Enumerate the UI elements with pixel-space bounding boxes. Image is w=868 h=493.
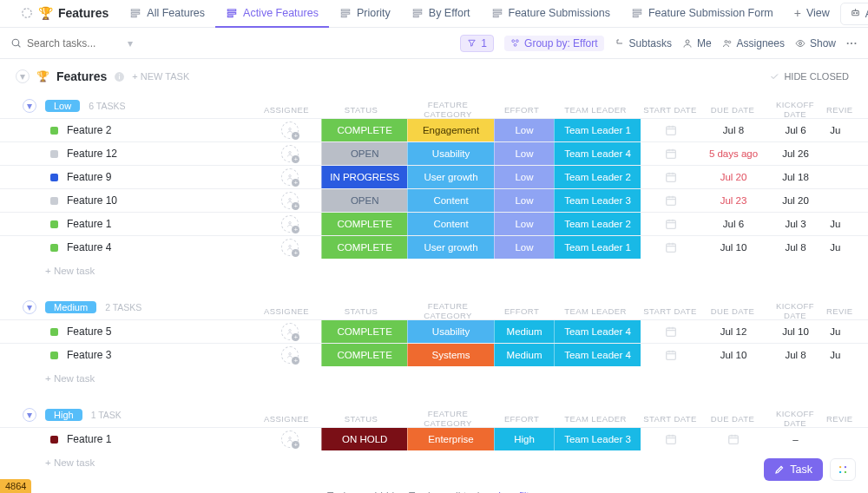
task-row[interactable]: Feature 3+COMPLETESystemsMediumTeam Lead… — [0, 343, 868, 366]
assignee-cell[interactable]: + — [259, 119, 321, 141]
reviewer-cell[interactable] — [826, 428, 868, 450]
status-cell[interactable]: ON HOLD — [321, 428, 407, 450]
due-date-cell[interactable]: Jul 10 — [702, 344, 765, 366]
leader-cell[interactable]: Team Leader 2 — [554, 166, 640, 188]
assignee-cell[interactable]: + — [259, 142, 321, 165]
due-date-cell[interactable]: 5 days ago — [702, 142, 765, 165]
assign-avatar[interactable]: + — [281, 145, 299, 162]
task-title[interactable]: Feature 5 — [67, 325, 111, 338]
new-task-fab[interactable]: Task — [764, 458, 823, 481]
leader-cell[interactable]: Team Leader 3 — [554, 189, 640, 212]
reviewer-cell[interactable]: Ju — [826, 119, 868, 141]
start-date-cell[interactable] — [641, 142, 703, 165]
due-date-cell[interactable]: Jul 8 — [702, 119, 765, 141]
assignee-cell[interactable]: + — [259, 320, 321, 343]
task-title[interactable]: Feature 4 — [67, 241, 111, 253]
due-date-cell[interactable]: Jul 12 — [702, 320, 765, 343]
start-date-cell[interactable] — [641, 189, 703, 212]
effort-cell[interactable]: Low — [494, 236, 555, 259]
leader-cell[interactable]: Team Leader 2 — [554, 213, 640, 235]
me-filter[interactable]: Me — [682, 37, 712, 49]
show-menu[interactable]: Show — [795, 37, 836, 49]
category-cell[interactable]: Usability — [407, 142, 493, 165]
assign-avatar[interactable]: + — [281, 346, 299, 364]
assign-avatar[interactable]: + — [281, 215, 299, 233]
effort-cell[interactable]: Low — [494, 119, 555, 141]
group-collapse-icon[interactable]: ▾ — [23, 300, 36, 314]
leader-cell[interactable]: Team Leader 4 — [554, 142, 640, 165]
assignee-cell[interactable]: + — [259, 213, 321, 235]
category-cell[interactable]: Usability — [407, 320, 493, 343]
effort-cell[interactable]: Low — [494, 142, 555, 165]
kickoff-date-cell[interactable]: Jul 3 — [765, 213, 827, 235]
start-date-cell[interactable] — [641, 166, 703, 188]
due-date-cell[interactable]: Jul 10 — [702, 236, 765, 259]
task-title[interactable]: Feature 3 — [67, 349, 111, 361]
category-cell[interactable]: User growth — [407, 236, 493, 259]
category-cell[interactable]: Systems — [407, 344, 493, 366]
task-row[interactable]: Feature 4+COMPLETEUser growthLowTeam Lea… — [0, 235, 868, 259]
reviewer-cell[interactable] — [826, 142, 868, 165]
groupby-chip[interactable]: Group by: Effort — [504, 36, 604, 51]
task-row[interactable]: Feature 10+OPENContentLowTeam Leader 3Ju… — [0, 188, 868, 212]
status-cell[interactable]: COMPLETE — [321, 236, 407, 259]
category-cell[interactable]: Enterprise — [407, 428, 493, 450]
effort-cell[interactable]: Medium — [494, 344, 555, 366]
task-title[interactable]: Feature 10 — [67, 194, 117, 207]
assign-avatar[interactable]: + — [281, 239, 299, 256]
kickoff-date-cell[interactable]: Jul 18 — [765, 166, 827, 188]
filter-chip[interactable]: 1 — [460, 35, 494, 52]
status-cell[interactable]: COMPLETE — [321, 119, 407, 141]
status-cell[interactable]: OPEN — [321, 142, 407, 165]
assignees-filter[interactable]: Assignees — [722, 37, 785, 49]
add-task-row[interactable]: + New task — [0, 259, 868, 283]
effort-cell[interactable]: Low — [494, 189, 555, 212]
task-row[interactable]: Feature 12+OPENUsabilityLowTeam Leader 4… — [0, 141, 868, 165]
view-tab[interactable]: By Effort — [401, 0, 481, 28]
task-title[interactable]: Feature 1 — [67, 218, 111, 230]
kickoff-date-cell[interactable]: – — [765, 428, 827, 450]
reviewer-cell[interactable]: Ju — [826, 236, 868, 259]
task-title[interactable]: Feature 9 — [67, 171, 111, 183]
info-icon[interactable] — [114, 71, 125, 82]
task-row[interactable]: Feature 1+ON HOLDEnterpriseHighTeam Lead… — [0, 427, 868, 450]
task-title[interactable]: Feature 12 — [67, 148, 117, 160]
reviewer-cell[interactable] — [826, 166, 868, 188]
group-collapse-icon[interactable]: ▾ — [23, 408, 36, 422]
task-row[interactable]: Feature 1+COMPLETEContentLowTeam Leader … — [0, 212, 868, 235]
due-date-cell[interactable]: Jul 20 — [702, 166, 765, 188]
add-task-row[interactable]: + New task — [0, 366, 868, 391]
leader-cell[interactable]: Team Leader 3 — [554, 428, 640, 450]
task-title[interactable]: Feature 1 — [67, 433, 111, 445]
view-tab[interactable]: Active Features — [215, 0, 329, 28]
task-row[interactable]: Feature 5+COMPLETEUsabilityMediumTeam Le… — [0, 319, 868, 343]
assign-avatar[interactable]: + — [281, 122, 299, 139]
kickoff-date-cell[interactable]: Jul 26 — [765, 142, 827, 165]
leader-cell[interactable]: Team Leader 1 — [554, 119, 640, 141]
kickoff-date-cell[interactable]: Jul 6 — [765, 119, 827, 141]
task-title[interactable]: Feature 2 — [67, 124, 111, 136]
hide-closed-toggle[interactable]: HIDE CLOSED — [769, 71, 849, 82]
view-tab[interactable]: All Features — [119, 0, 215, 28]
status-cell[interactable]: COMPLETE — [321, 320, 407, 343]
assignee-cell[interactable]: + — [259, 344, 321, 366]
effort-cell[interactable]: Medium — [494, 320, 555, 343]
new-task-button[interactable]: + NEW TASK — [132, 71, 189, 82]
search-box[interactable]: ▾ — [10, 37, 133, 49]
assignee-cell[interactable]: + — [259, 428, 321, 450]
kickoff-date-cell[interactable]: Jul 20 — [765, 189, 827, 212]
assign-avatar[interactable]: + — [281, 323, 299, 340]
reviewer-cell[interactable]: Ju — [826, 213, 868, 235]
kickoff-date-cell[interactable]: Jul 8 — [765, 236, 827, 259]
start-date-cell[interactable] — [641, 428, 703, 450]
status-cell[interactable]: COMPLETE — [321, 213, 407, 235]
search-input[interactable] — [27, 37, 122, 49]
due-date-cell[interactable]: Jul 23 — [702, 189, 765, 212]
assignee-cell[interactable]: + — [259, 236, 321, 259]
start-date-cell[interactable] — [641, 344, 703, 366]
leader-cell[interactable]: Team Leader 4 — [554, 320, 640, 343]
view-tab[interactable]: Priority — [329, 0, 401, 28]
view-tab[interactable]: Feature Submission Form — [621, 0, 784, 28]
start-date-cell[interactable] — [641, 119, 703, 141]
add-task-row[interactable]: + New task — [0, 450, 868, 475]
